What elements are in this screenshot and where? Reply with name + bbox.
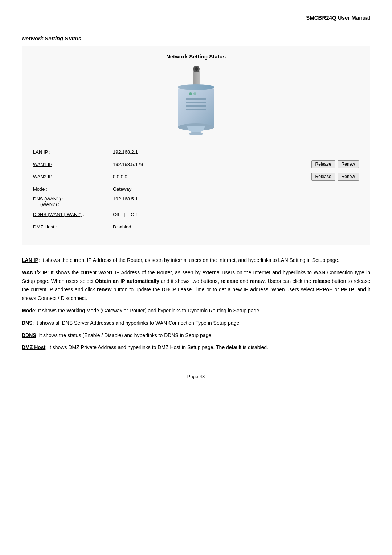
value-lan-ip: 192.168.2.1 (113, 149, 359, 155)
wan2-renew-button[interactable]: Renew (338, 173, 359, 181)
svg-rect-8 (186, 109, 206, 110)
wan1-release-button[interactable]: Release (311, 160, 335, 168)
page-footer: Page 48 (22, 374, 370, 379)
status-row-wan2-ip: WAN2 IP : 0.0.0.0 Release Renew (33, 171, 359, 182)
link-dns[interactable]: DNS (WAN1) (33, 196, 61, 202)
network-box-title: Network Setting Status (33, 53, 359, 60)
desc-dns: DNS: It shows all DNS Server Addresses a… (22, 319, 370, 328)
desc-renew-2: renew (97, 287, 111, 292)
value-dmz: Disabled (113, 224, 359, 230)
link-dmz[interactable]: DMZ Host (33, 224, 54, 230)
status-row-ddns: DDNS (WAN1 | WAN2) : Off | Off (33, 209, 359, 219)
status-row-lan-ip: LAN IP : 192.168.2.1 (33, 147, 359, 157)
section-title: Network Setting Status (22, 35, 370, 41)
description-section: LAN IP: It shows the current IP Address … (22, 256, 370, 352)
desc-label-ddns: DDNS (22, 332, 36, 338)
label-wan1-ip: WAN1 IP : (33, 162, 113, 167)
page-container: SMCBR24Q User Manual Network Setting Sta… (0, 0, 392, 401)
link-lan-ip[interactable]: LAN IP (33, 149, 48, 155)
network-box: Network Setting Status (22, 46, 370, 245)
wan2-release-button[interactable]: Release (311, 173, 335, 181)
desc-label-wan-ip: WAN1/2 IP (22, 270, 48, 275)
label-mode: Mode : (33, 186, 113, 192)
label-dmz: DMZ Host : (33, 224, 113, 230)
value-wan1-ip: 192.168.5.179 (113, 162, 308, 167)
desc-mode: Mode: It shows the Working Mode (Gateway… (22, 307, 370, 315)
desc-label-lan-ip: LAN IP (22, 257, 38, 263)
desc-label-dmz: DMZ Host (22, 344, 45, 350)
status-row-wan1-ip: WAN1 IP : 192.168.5.179 Release Renew (33, 159, 359, 169)
desc-label-mode: Mode (22, 308, 35, 313)
header-bar: SMCBR24Q User Manual (22, 15, 370, 24)
desc-dmz: DMZ Host: It shows DMZ Private Address a… (22, 343, 370, 352)
status-row-dns: DNS (WAN1) : (WAN2) : 192.168.5.1 (33, 196, 359, 207)
svg-point-4 (178, 84, 214, 90)
status-row-dmz: DMZ Host : Disabled (33, 222, 359, 232)
page-number: Page 48 (187, 374, 205, 379)
svg-point-10 (193, 92, 196, 95)
router-image (167, 65, 225, 138)
link-wan2-ip[interactable]: WAN2 IP (33, 174, 52, 179)
router-image-container (33, 65, 359, 138)
desc-lan-ip: LAN IP: It shows the current IP Address … (22, 256, 370, 265)
desc-pppoe: PPPoE (316, 287, 333, 292)
link-ddns[interactable]: DDNS (WAN1 | WAN2) (33, 212, 82, 217)
desc-wan-ip: WAN1/2 IP: It shows the current WAN1 IP … (22, 268, 370, 303)
header-title: SMCBR24Q User Manual (306, 15, 370, 21)
wan1-buttons: Release Renew (311, 160, 359, 168)
desc-release-2: release (313, 278, 330, 284)
label-wan2-ip: WAN2 IP : (33, 174, 113, 179)
label-lan-ip: LAN IP : (33, 149, 113, 155)
link-wan1-ip[interactable]: WAN1 IP (33, 162, 52, 167)
desc-obtain-ip: Obtain an IP automatically (95, 278, 159, 284)
desc-pptp: PPTP (341, 287, 354, 292)
label-ddns: DDNS (WAN1 | WAN2) : (33, 212, 113, 217)
svg-rect-5 (186, 98, 206, 100)
desc-release-1: release (221, 278, 238, 284)
wan2-buttons: Release Renew (311, 173, 359, 181)
value-wan2-ip: 0.0.0.0 (113, 174, 308, 179)
desc-label-dns: DNS (22, 320, 33, 326)
svg-point-9 (189, 92, 192, 95)
wan1-renew-button[interactable]: Renew (338, 160, 359, 168)
status-row-mode: Mode : Gateway (33, 184, 359, 194)
value-ddns: Off | Off (113, 212, 359, 217)
svg-rect-6 (186, 102, 206, 103)
link-mode[interactable]: Mode (33, 186, 45, 192)
status-table: LAN IP : 192.168.2.1 WAN1 IP : 192.168.5… (33, 147, 359, 232)
svg-point-2 (195, 67, 198, 71)
svg-point-12 (189, 132, 203, 135)
label-dns: DNS (WAN1) : (WAN2) : (33, 196, 113, 207)
label-dns-wan2: (WAN2) : (33, 202, 113, 207)
desc-renew-1: renew (250, 278, 265, 284)
value-mode: Gateway (113, 186, 359, 192)
desc-ddns: DDNS: It shows the status (Enable / Disa… (22, 331, 370, 340)
value-dns: 192.168.5.1 (113, 196, 359, 202)
svg-rect-7 (186, 105, 206, 107)
